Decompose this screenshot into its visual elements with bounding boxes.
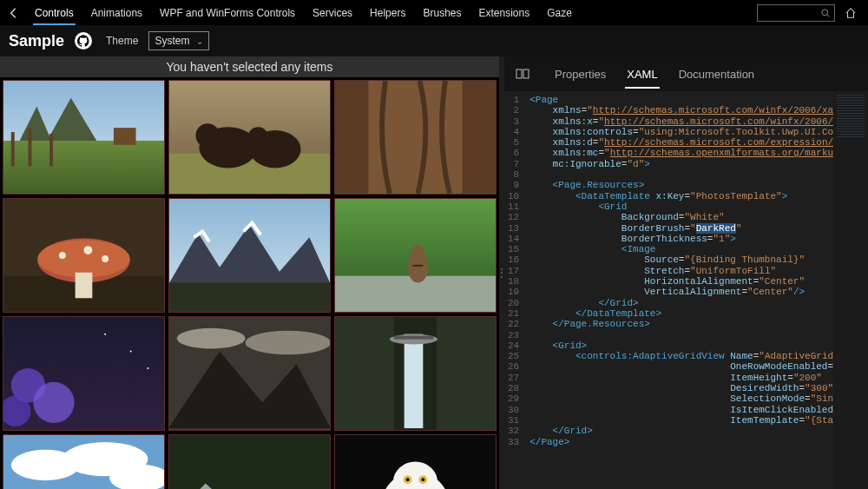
svg-point-21 bbox=[84, 246, 93, 254]
panel-layout-icon[interactable] bbox=[513, 67, 532, 81]
svg-rect-4 bbox=[114, 128, 136, 145]
svg-point-59 bbox=[406, 478, 410, 481]
sample-bar: Sample Theme System ⌄ bbox=[0, 25, 868, 56]
photo-snowy-owl[interactable] bbox=[334, 434, 496, 489]
photo-clouds-field[interactable] bbox=[3, 434, 165, 489]
search-input[interactable] bbox=[757, 4, 835, 22]
photo-mushroom[interactable] bbox=[3, 198, 165, 313]
github-icon[interactable] bbox=[75, 32, 92, 50]
right-tab-documentation[interactable]: Documentation bbox=[668, 56, 765, 91]
photo-waterfall[interactable] bbox=[334, 316, 496, 431]
theme-label: Theme bbox=[106, 35, 138, 47]
photo-mossy-creek[interactable] bbox=[168, 434, 331, 489]
svg-rect-51 bbox=[169, 435, 330, 489]
photo-dark-mountain[interactable] bbox=[168, 316, 331, 431]
top-tab-brushes[interactable]: Brushes bbox=[414, 0, 470, 25]
main-split: You haven't selected any items Propertie… bbox=[0, 56, 868, 489]
svg-point-20 bbox=[59, 252, 66, 259]
svg-rect-23 bbox=[76, 273, 93, 299]
right-tabs: PropertiesXAMLDocumentation bbox=[504, 56, 868, 91]
code-panel: PropertiesXAMLDocumentation 1 2 3 4 5 6 … bbox=[504, 56, 868, 489]
photo-panel: You haven't selected any items bbox=[0, 56, 499, 489]
top-tab-controls[interactable]: Controls bbox=[26, 0, 82, 25]
svg-point-35 bbox=[104, 334, 106, 335]
photo-chipmunk[interactable] bbox=[334, 198, 496, 313]
svg-point-11 bbox=[195, 123, 220, 148]
svg-rect-45 bbox=[394, 336, 433, 340]
right-tab-xaml[interactable]: XAML bbox=[616, 56, 667, 91]
svg-rect-5 bbox=[11, 132, 15, 166]
right-tab-properties[interactable]: Properties bbox=[544, 56, 616, 91]
svg-rect-6 bbox=[28, 128, 31, 166]
photo-tree-trunk[interactable] bbox=[334, 80, 496, 195]
svg-line-1 bbox=[827, 14, 830, 17]
search-icon bbox=[820, 8, 831, 18]
chevron-down-icon: ⌄ bbox=[196, 36, 203, 46]
svg-rect-64 bbox=[516, 69, 522, 78]
svg-rect-43 bbox=[404, 334, 424, 428]
svg-point-0 bbox=[822, 9, 828, 15]
back-button[interactable] bbox=[7, 6, 21, 20]
svg-point-36 bbox=[147, 367, 148, 369]
svg-point-13 bbox=[248, 127, 269, 148]
top-tab-gaze[interactable]: Gaze bbox=[538, 0, 581, 25]
svg-rect-7 bbox=[49, 134, 53, 166]
top-tab-extensions[interactable]: Extensions bbox=[470, 0, 539, 25]
svg-point-34 bbox=[130, 350, 132, 352]
svg-point-22 bbox=[102, 255, 108, 262]
svg-point-19 bbox=[37, 240, 129, 277]
top-tab-services[interactable]: Services bbox=[304, 0, 361, 25]
photo-mountains[interactable] bbox=[168, 198, 331, 313]
photo-grid bbox=[0, 77, 499, 489]
svg-point-60 bbox=[421, 478, 424, 481]
top-tab-helpers[interactable]: Helpers bbox=[361, 0, 414, 25]
top-tabs: ControlsAnimationsWPF and WinForms Contr… bbox=[26, 0, 581, 25]
home-button[interactable] bbox=[840, 7, 861, 19]
gutter: 1 2 3 4 5 6 7 8 9 10 11 12 13 14 15 16 1… bbox=[504, 91, 526, 489]
top-tab-animations[interactable]: Animations bbox=[82, 0, 151, 25]
svg-rect-25 bbox=[169, 283, 330, 312]
theme-select[interactable]: System ⌄ bbox=[148, 31, 209, 50]
code-editor[interactable]: 1 2 3 4 5 6 7 8 9 10 11 12 13 14 15 16 1… bbox=[504, 91, 868, 489]
photo-bison[interactable] bbox=[168, 80, 331, 195]
svg-point-39 bbox=[246, 331, 330, 355]
photo-forest-hut[interactable] bbox=[3, 80, 165, 195]
svg-rect-65 bbox=[523, 69, 529, 78]
top-tab-wpf-and-winforms-controls[interactable]: WPF and WinForms Controls bbox=[151, 0, 304, 25]
svg-rect-3 bbox=[3, 141, 164, 194]
svg-point-29 bbox=[411, 245, 425, 259]
top-bar: ControlsAnimationsWPF and WinForms Contr… bbox=[0, 0, 868, 25]
code-area[interactable]: <Page xmlns="http://schemas.microsoft.co… bbox=[526, 91, 833, 489]
sample-title: Sample bbox=[9, 32, 64, 50]
selection-message: You haven't selected any items bbox=[0, 56, 499, 77]
svg-point-38 bbox=[177, 328, 246, 349]
photo-purple-flowers[interactable] bbox=[3, 316, 165, 431]
minimap[interactable] bbox=[833, 91, 868, 489]
svg-rect-42 bbox=[437, 317, 496, 430]
theme-value: System bbox=[155, 35, 189, 47]
svg-point-32 bbox=[33, 382, 74, 423]
svg-rect-41 bbox=[335, 317, 394, 430]
